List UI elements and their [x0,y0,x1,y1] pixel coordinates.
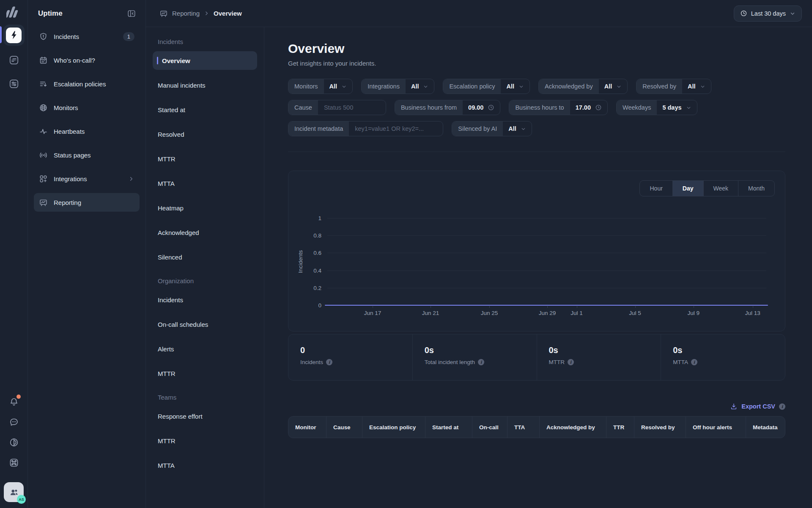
incidents-count-badge: 1 [123,32,134,41]
subnav-item-started-at[interactable]: Started at [153,100,257,119]
info-icon[interactable]: i [568,359,574,365]
tab-month[interactable]: Month [738,181,774,196]
export-row: Export CSV i [288,403,785,410]
top-bar: Reporting Overview Last 30 days [146,0,812,27]
subnav-item-mtta[interactable]: MTTA [153,174,257,193]
column-escalation-policy: Escalation policy [362,417,425,438]
sidebar-item-heartbeats[interactable]: Heartbeats [34,122,140,141]
column-acknowledged-by: Acknowledged by [539,417,606,438]
sidebar-item-monitors[interactable]: Monitors [34,98,140,117]
x-tick-mark [431,306,431,308]
info-icon[interactable]: i [779,403,785,410]
info-icon[interactable]: i [478,359,484,365]
breadcrumb-section[interactable]: Reporting [172,10,200,17]
x-tick: Jun 21 [422,310,439,316]
date-range-button[interactable]: Last 30 days [734,6,802,22]
subnav-item-alerts[interactable]: Alerts [153,340,257,358]
filter-value: All [329,83,337,90]
tab-day[interactable]: Day [672,181,703,196]
better-stack-logo-icon[interactable] [6,5,22,19]
filter-silenced-by-ai[interactable]: Silenced by AI All [452,121,532,136]
filter-label: Silenced by AI [452,121,503,136]
rail-item-uptime[interactable] [3,25,25,46]
subnav-item-label: Started at [158,106,185,113]
filter-business-hours-to[interactable]: Business hours to 17.00 [509,100,608,115]
chevron-down-icon [686,105,691,110]
subnav-item-label: Alerts [158,345,174,353]
filter-value: 09.00 [468,104,483,111]
rail-item-logs[interactable] [5,51,23,69]
filter-value: 5 days [662,104,681,111]
subnav-item-manual-incidents[interactable]: Manual incidents [153,76,257,94]
incidents-chart-card: Hour Day Week Month Incidents 1 [288,171,785,331]
info-icon[interactable]: i [326,359,332,365]
subnav-item-response-effort[interactable]: Response effort [153,407,257,425]
notifications-button[interactable] [9,397,19,407]
subnav-item-teams-mtta[interactable]: MTTA [153,456,257,475]
presentation-chart-icon [39,198,48,207]
sidebar-item-status-pages[interactable]: Status pages [34,146,140,164]
sidebar-item-label: Monitors [54,104,78,111]
gridline [327,253,766,253]
filter-resolved-by[interactable]: Resolved by All [636,79,711,94]
stat-value: 0s [673,345,785,355]
sidebar-item-escalation-policies[interactable]: Escalation policies [34,75,140,93]
sidebar-item-reporting[interactable]: Reporting [34,193,140,212]
tab-week[interactable]: Week [703,181,738,196]
incident-metadata-input[interactable] [349,121,443,136]
rail-item-settings-sliders[interactable] [5,75,23,93]
sidebar-item-whos-on-call[interactable]: Who's on-call? [34,51,140,69]
export-csv-button[interactable]: Export CSV [730,403,775,410]
y-tick: 0 [304,302,321,309]
subnav-item-heatmap[interactable]: Heatmap [153,199,257,217]
command-menu-button[interactable] [9,458,19,468]
breadcrumb: Reporting Overview [159,9,242,18]
filter-acknowledged-by[interactable]: Acknowledged by All [538,79,628,94]
sidebar-item-integrations[interactable]: Integrations [34,169,140,188]
filter-label: Incident metadata [288,121,349,136]
subnav-item-label: MTTR [158,155,176,163]
column-tta: TTA [507,417,539,438]
tab-hour[interactable]: Hour [640,181,672,196]
filter-monitors[interactable]: Monitors All [288,79,353,94]
subnav-item-org-mttr[interactable]: MTTR [153,364,257,383]
subnav-item-mttr[interactable]: MTTR [153,149,257,168]
sidebar-item-label: Who's on-call? [54,57,95,64]
filter-weekdays[interactable]: Weekdays 5 days [616,100,697,115]
column-started-at: Started at [425,417,472,438]
column-metadata: Metadata [746,417,785,438]
user-avatar[interactable]: AS [4,482,24,502]
subnav-item-teams-mttr[interactable]: MTTR [153,431,257,450]
contrast-icon [9,437,19,447]
calendar-icon [39,56,48,65]
chevron-down-icon [423,84,428,89]
subnav-item-org-incidents[interactable]: Incidents [153,290,257,309]
chevron-down-icon [700,84,705,89]
x-tick: Jul 5 [629,310,641,316]
globe-icon [39,103,48,112]
subnav-item-overview[interactable]: Overview [153,51,257,70]
theme-contrast-button[interactable] [9,437,19,447]
collapse-sidebar-icon[interactable] [127,9,136,18]
filters: Monitors All Integrations All Escalation… [288,79,785,152]
filter-business-hours-from[interactable]: Business hours from 09.00 [395,100,500,115]
gridline [327,235,766,236]
filter-integrations[interactable]: Integrations All [361,79,434,94]
subnav-item-label: Response effort [158,413,203,420]
chat-support-button[interactable] [9,417,19,427]
subnav-item-acknowledged[interactable]: Acknowledged [153,223,257,242]
stat-label: MTTA [673,359,688,365]
cause-input[interactable] [318,100,386,115]
subnav-item-on-call-schedules[interactable]: On-call schedules [153,315,257,334]
filter-escalation-policy[interactable]: Escalation policy All [443,79,530,94]
sidebar-item-incidents[interactable]: Incidents 1 [34,27,140,46]
subnav-section-title: Incidents [158,38,252,45]
sliders-icon [8,78,19,89]
subnav-item-label: Resolved [158,131,184,138]
filter-value: All [506,83,514,90]
subnav-item-resolved[interactable]: Resolved [153,125,257,144]
column-off-hour-alerts: Off hour alerts [686,417,746,438]
subnav-item-silenced[interactable]: Silenced [153,248,257,266]
info-icon[interactable]: i [691,359,697,365]
y-tick: 0.6 [304,250,321,256]
